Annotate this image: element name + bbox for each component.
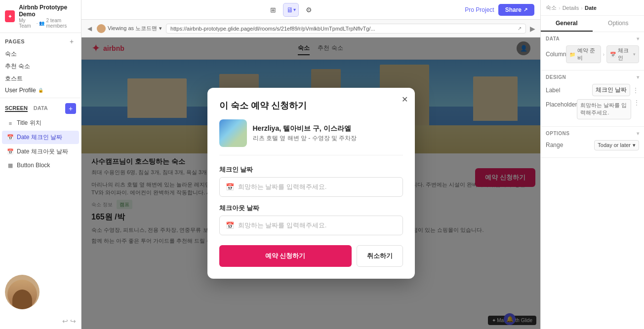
grid-view-button[interactable]: ⊞ xyxy=(265,3,281,17)
booking-modal: ✕ 이 숙소 예약 신청하기 Herzliya, 텔아비브 구, 이스라엘 리츠… xyxy=(207,88,415,279)
modal-submit-button[interactable]: 예약 신청하기 xyxy=(219,245,352,267)
placeholder-row: Placeholder 희망하는 날짜를 입력해주세요. ⋮ xyxy=(546,99,639,119)
sidebar-bottom: ↩ ↪ xyxy=(0,172,81,329)
pro-project-link[interactable]: Pro Project xyxy=(465,6,494,13)
label-row: Label 체크인 날짜 ⋮ xyxy=(546,84,639,96)
modal-cancel-button[interactable]: 취소하기 xyxy=(357,245,403,267)
checkout-calendar-icon: 📅 xyxy=(226,221,234,229)
range-row: Range Today or later ▾ xyxy=(546,140,639,150)
undo-redo-controls: ↩ ↪ xyxy=(62,317,76,325)
sidebar-item-추천숙소[interactable]: 추천 숙소 xyxy=(0,60,81,73)
component-date-checkout[interactable]: 📅 Date 체크아웃 날짜 xyxy=(2,145,79,158)
app-name: Airbnb Prototype Demo xyxy=(19,4,76,18)
placeholder-options-button[interactable]: ⋮ xyxy=(633,99,640,106)
checkin-input[interactable]: 📅 희망하는 날짜를 입력해주세요. xyxy=(219,177,403,197)
modal-property-name: Herzliya, 텔아비브 구, 이스라엘 xyxy=(253,124,357,133)
range-select[interactable]: Today or later ▾ xyxy=(594,140,639,150)
column-badge-1[interactable]: 📁 예약 준비 xyxy=(566,45,601,63)
checkout-input[interactable]: 📅 희망하는 날짜를 입력해주세요. xyxy=(219,216,403,235)
browser-user-indicator: Viewing as 노코드맨 ▾ xyxy=(97,24,162,33)
checkin-field: 체크인 날짜 📅 희망하는 날짜를 입력해주세요. xyxy=(219,165,403,197)
browser-back-button[interactable]: ◀ xyxy=(86,24,93,33)
design-section: DESIGN ▾ Label 체크인 날짜 ⋮ Placeholder 희망하는… xyxy=(541,71,644,127)
right-panel-tabs: General Options xyxy=(541,16,644,32)
user-avatar xyxy=(5,275,40,309)
options-section: OPTIONS ▾ Range Today or later ▾ xyxy=(541,127,644,158)
app-logo: ✦ xyxy=(5,10,15,22)
modal-actions: 예약 신청하기 취소하기 xyxy=(219,245,403,267)
modal-close-button[interactable]: ✕ xyxy=(402,95,408,104)
checkin-label: 체크인 날짜 xyxy=(219,165,403,174)
component-title[interactable]: ≡ Title 위치 xyxy=(2,116,79,130)
undo-button[interactable]: ↩ xyxy=(62,317,68,325)
modal-property-sub: 리츠 호텔 옆 해변 앞 - 수영장 및 주차장 xyxy=(253,134,357,143)
column-badge-2[interactable]: 📅 체크인 ▾ xyxy=(606,45,639,63)
share-export-icon: ↗ xyxy=(523,7,527,12)
calendar-col-icon: 📅 xyxy=(610,52,616,57)
right-panel: 숙소 › Details › Date General Options DATA… xyxy=(540,0,644,329)
main-area: ⊞ 🖥 ▾ ⚙ Pro Project Share ↗ ◀ Viewing as… xyxy=(81,0,540,329)
checkout-field: 체크아웃 날짜 📅 희망하는 날짜를 입력해주세요. xyxy=(219,204,403,235)
checkin-calendar-icon: 📅 xyxy=(226,183,234,191)
team-info: My Team · 👥 2 team members xyxy=(19,18,76,29)
settings-button[interactable]: ⚙ xyxy=(301,3,317,17)
button-block-icon: ▦ xyxy=(7,162,14,169)
options-section-arrow: ▾ xyxy=(637,131,640,136)
pages-section-header: PAGES + xyxy=(0,33,81,48)
browser-user-avatar xyxy=(97,24,106,33)
top-bar-center: ⊞ 🖥 ▾ ⚙ xyxy=(265,3,317,17)
data-section: DATA ▾ Column 📁 예약 준비 › 📅 체크인 ▾ xyxy=(541,32,644,71)
left-sidebar: ✦ Airbnb Prototype Demo My Team · 👥 2 te… xyxy=(0,0,81,329)
browser-play-button[interactable]: ▶ xyxy=(530,25,535,33)
title-component-icon: ≡ xyxy=(7,120,14,127)
label-input[interactable]: 체크인 날짜 xyxy=(592,84,630,96)
screen-data-tabs: SCREEN DATA + xyxy=(0,100,81,116)
sidebar-item-숙소[interactable]: 숙소 xyxy=(0,48,81,60)
top-bar: ⊞ 🖥 ▾ ⚙ Pro Project Share ↗ xyxy=(81,0,540,20)
column-row: Column 📁 예약 준비 › 📅 체크인 ▾ xyxy=(546,45,639,63)
sidebar-item-userprofile[interactable]: User Profile 🔒 xyxy=(0,85,81,96)
data-section-arrow: ▾ xyxy=(637,36,640,41)
component-date-checkin[interactable]: 📅 Date 체크인 날짜 xyxy=(2,131,79,144)
column-dropdown-arrow: ▾ xyxy=(633,52,636,57)
external-link-icon: ↗ xyxy=(518,26,522,31)
tab-general[interactable]: General xyxy=(541,16,593,32)
browser-url-bar[interactable]: https://airbnb-prototype.glide.page/dl/r… xyxy=(166,24,526,34)
tab-options[interactable]: Options xyxy=(593,16,644,32)
date-component-icon-checkin: 📅 xyxy=(7,134,14,141)
component-button-block[interactable]: ▦ Button Block xyxy=(2,159,79,171)
top-bar-right: Pro Project Share ↗ xyxy=(465,4,534,16)
modal-property-info: Herzliya, 텔아비브 구, 이스라엘 리츠 호텔 옆 해변 앞 - 수영… xyxy=(219,119,403,155)
tab-data[interactable]: DATA xyxy=(34,105,48,112)
preview-content: ✦ airbnb 숙소 추천 숙소 👤 xyxy=(81,37,540,329)
modal-property-image xyxy=(219,119,247,147)
date-component-icon-checkout: 📅 xyxy=(7,148,14,155)
tab-screen[interactable]: SCREEN xyxy=(5,105,28,112)
label-options-button[interactable]: ⋮ xyxy=(632,87,639,94)
sidebar-header: ✦ Airbnb Prototype Demo My Team · 👥 2 te… xyxy=(0,0,81,33)
browser-toolbar: ◀ Viewing as 노코드맨 ▾ https://airbnb-proto… xyxy=(81,20,540,37)
add-component-button[interactable]: + xyxy=(65,103,76,114)
placeholder-input[interactable]: 희망하는 날짜를 입력해주세요. xyxy=(577,99,631,119)
sidebar-item-호스트[interactable]: 호스트 xyxy=(0,73,81,85)
checkout-label: 체크아웃 날짜 xyxy=(219,204,403,213)
breadcrumb-active: Date xyxy=(585,5,597,11)
preview-wrapper: ✦ airbnb 숙소 추천 숙소 👤 xyxy=(81,37,540,329)
redo-button[interactable]: ↪ xyxy=(70,317,76,325)
design-section-arrow: ▾ xyxy=(637,74,640,80)
modal-title: 이 숙소 예약 신청하기 xyxy=(219,100,403,111)
lock-icon: 🔒 xyxy=(38,88,43,93)
modal-overlay: ✕ 이 숙소 예약 신청하기 Herzliya, 텔아비브 구, 이스라엘 리츠… xyxy=(81,37,540,329)
folder-icon: 📁 xyxy=(569,52,575,57)
breadcrumb: 숙소 › Details › Date xyxy=(541,0,644,16)
share-button[interactable]: Share ↗ xyxy=(498,4,534,16)
add-page-button[interactable]: + xyxy=(67,37,76,46)
preview-view-button[interactable]: 🖥 ▾ xyxy=(283,3,299,17)
